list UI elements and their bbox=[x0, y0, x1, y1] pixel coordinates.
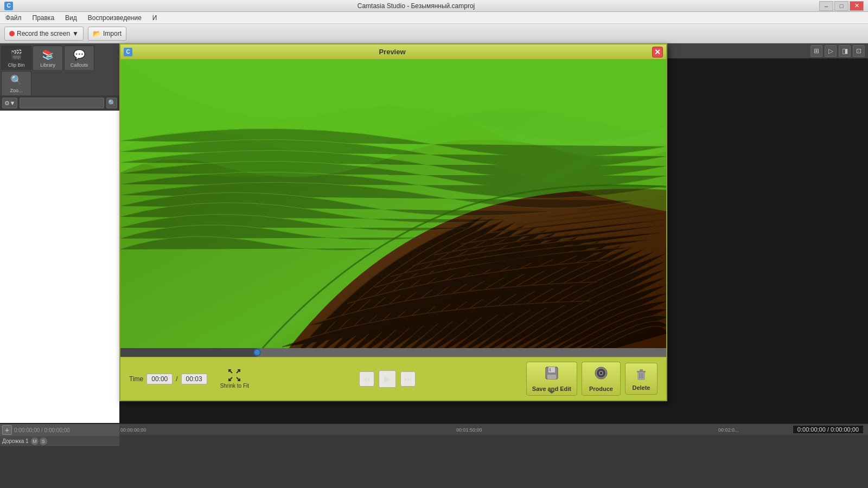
delete-icon bbox=[634, 367, 649, 383]
tab-library[interactable]: 📚 Library bbox=[33, 46, 63, 70]
shrink-label: Shrink to Fit bbox=[220, 383, 249, 389]
svg-point-12 bbox=[600, 372, 602, 374]
preview-button[interactable]: ▷ bbox=[825, 45, 837, 57]
tab-clip-bin[interactable]: 🎬 Clip Bin bbox=[1, 46, 31, 70]
split-view-button[interactable]: ◨ bbox=[839, 45, 851, 57]
menu-view[interactable]: Вид bbox=[63, 13, 79, 23]
left-section: 🎬 Clip Bin 📚 Library 💬 Callouts 🔍 Zoo...… bbox=[0, 43, 119, 488]
track-name: Дорожка 1 bbox=[2, 438, 29, 444]
fit-view-button[interactable]: ⊞ bbox=[810, 45, 822, 57]
maximize-button[interactable]: □ bbox=[834, 1, 848, 11]
track-label: Дорожка 1 M S bbox=[0, 436, 119, 447]
save-and-edit-button[interactable]: Save and Edit bbox=[526, 362, 577, 396]
add-track-button[interactable]: + bbox=[2, 425, 12, 435]
skip-forward-button[interactable]: ⏭ bbox=[400, 371, 416, 387]
search-input[interactable] bbox=[20, 98, 104, 108]
svg-rect-8 bbox=[550, 368, 551, 371]
progress-knob[interactable] bbox=[253, 349, 261, 356]
panel-content bbox=[0, 111, 119, 423]
timeline-time-display: 0:00:00;00 / 0:00:00;00 bbox=[793, 425, 864, 434]
title-bar: C Camtasia Studio - Безымянный.camproj –… bbox=[0, 0, 868, 12]
delete-button[interactable]: Delete bbox=[625, 363, 658, 395]
library-label: Library bbox=[40, 62, 55, 68]
library-icon: 📚 bbox=[41, 48, 54, 61]
time-label: Time bbox=[129, 375, 143, 383]
import-label: Import bbox=[103, 30, 122, 37]
timeline-controls: + 0:00:00;00 / 0:00:00;00 bbox=[0, 424, 119, 436]
playback-controls: ⏮ ▶ ⏭ bbox=[359, 370, 416, 388]
preview-modal: C Preview ✕ bbox=[119, 43, 667, 401]
main-toolbar: Record the screen ▼ 📂 Import bbox=[0, 24, 868, 43]
svg-rect-7 bbox=[547, 375, 556, 379]
delete-label: Delete bbox=[632, 384, 650, 391]
time-display-group: Time 00:00 / 00:03 bbox=[129, 374, 207, 384]
zoom-label: Zoo... bbox=[10, 88, 22, 93]
left-timeline-section: + 0:00:00;00 / 0:00:00;00 Дорожка 1 M S bbox=[0, 423, 119, 488]
preview-titlebar: C Preview ✕ bbox=[120, 44, 666, 60]
timeline-track-row: Дорожка 1 M S bbox=[0, 436, 119, 488]
save-dropdown-arrow bbox=[548, 391, 555, 394]
shrink-icon bbox=[228, 369, 241, 382]
clip-bin-icon: 🎬 bbox=[10, 48, 23, 61]
shrink-to-fit-button[interactable]: Shrink to Fit bbox=[220, 369, 249, 389]
menu-bar: Файл Правка Вид Воспроизведение И bbox=[0, 12, 868, 24]
svg-rect-15 bbox=[640, 369, 643, 371]
preview-modal-title: Preview bbox=[132, 48, 652, 56]
window-title: Camtasia Studio - Безымянный.camproj bbox=[13, 2, 819, 10]
panel-tabs: 🎬 Clip Bin 📚 Library 💬 Callouts 🔍 Zoo... bbox=[0, 43, 119, 95]
right-track-area bbox=[119, 435, 868, 488]
svg-rect-6 bbox=[548, 367, 555, 373]
panel-search: ⚙▼ 🔍 bbox=[0, 95, 119, 111]
search-button[interactable]: 🔍 bbox=[106, 98, 117, 108]
close-button[interactable]: ✕ bbox=[850, 1, 864, 11]
import-icon: 📂 bbox=[93, 30, 101, 37]
clip-bin-label: Clip Bin bbox=[8, 62, 24, 68]
ruler-label-0: 00:00:00;00 bbox=[120, 427, 146, 433]
import-button[interactable]: 📂 Import bbox=[88, 27, 126, 41]
callouts-label: Callouts bbox=[71, 62, 88, 68]
menu-playback[interactable]: Воспроизведение bbox=[86, 13, 144, 23]
menu-edit[interactable]: Правка bbox=[30, 13, 57, 23]
produce-icon bbox=[593, 365, 609, 384]
menu-more[interactable]: И bbox=[150, 13, 159, 23]
ruler-label-1: 00:01:50;00 bbox=[456, 427, 482, 433]
current-time: 00:00 bbox=[146, 374, 173, 384]
right-timeline: 0:00:00;00 / 0:00:00;00 00:00:00;00 00:0… bbox=[119, 423, 868, 488]
tab-zoom[interactable]: 🔍 Zoo... bbox=[1, 71, 31, 95]
record-button[interactable]: Record the screen ▼ bbox=[4, 27, 84, 41]
grid-button[interactable]: ⊡ bbox=[853, 45, 865, 57]
window-controls: – □ ✕ bbox=[819, 1, 864, 11]
play-button[interactable]: ▶ bbox=[379, 370, 396, 388]
save-icon bbox=[544, 365, 559, 384]
video-progress-bar[interactable] bbox=[120, 348, 666, 357]
produce-label: Produce bbox=[589, 386, 613, 392]
action-buttons: Save and Edit Produce bbox=[526, 362, 658, 396]
menu-file[interactable]: Файл bbox=[3, 13, 24, 23]
controls-left: Time 00:00 / 00:03 bbox=[129, 369, 249, 389]
zoom-icon: 🔍 bbox=[10, 74, 23, 87]
preview-close-button[interactable]: ✕ bbox=[652, 47, 663, 57]
track-controls: M S bbox=[31, 438, 47, 445]
track-mute-button[interactable]: M bbox=[31, 438, 39, 445]
landscape-image bbox=[120, 60, 666, 357]
progress-fill bbox=[120, 348, 257, 357]
record-label: Record the screen bbox=[17, 30, 70, 37]
minimize-button[interactable]: – bbox=[819, 1, 833, 11]
callouts-icon: 💬 bbox=[73, 48, 86, 61]
produce-button[interactable]: Produce bbox=[582, 362, 621, 396]
record-dropdown-arrow[interactable]: ▼ bbox=[72, 30, 79, 37]
total-time: 00:03 bbox=[181, 374, 207, 384]
timeline-time: 0:00:00;00 / 0:00:00;00 bbox=[14, 427, 70, 433]
ruler-label-2: 00:02:0... bbox=[718, 427, 739, 433]
preview-modal-icon: C bbox=[124, 48, 132, 56]
timeline-ruler: 0:00:00;00 / 0:00:00;00 00:00:00;00 00:0… bbox=[119, 424, 868, 435]
record-indicator bbox=[9, 31, 15, 36]
skip-back-button[interactable]: ⏮ bbox=[359, 371, 374, 387]
app-icon: C bbox=[4, 2, 13, 10]
settings-button[interactable]: ⚙▼ bbox=[2, 98, 17, 108]
time-separator: / bbox=[176, 375, 177, 383]
track-solo-button[interactable]: S bbox=[40, 438, 47, 445]
preview-controls: Time 00:00 / 00:03 bbox=[120, 357, 666, 400]
preview-video-area bbox=[120, 60, 666, 357]
tab-callouts[interactable]: 💬 Callouts bbox=[64, 46, 94, 70]
